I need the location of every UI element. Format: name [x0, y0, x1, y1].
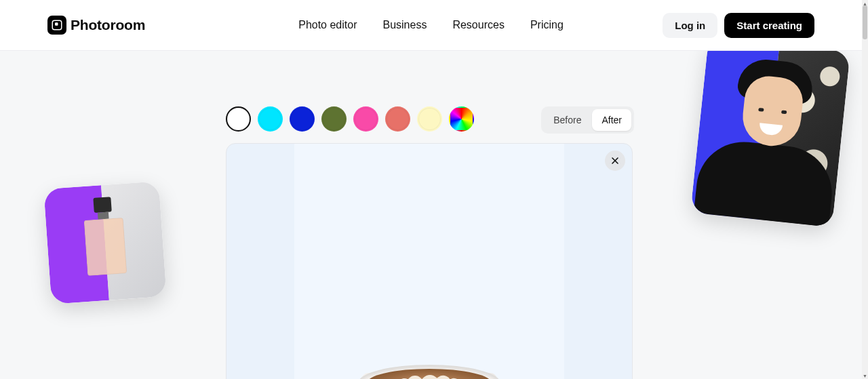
primary-nav: Photo editor Business Resources Pricing: [298, 19, 564, 31]
logo-icon: [47, 16, 66, 35]
sample-card-person: [690, 51, 850, 227]
nav-business[interactable]: Business: [382, 19, 427, 31]
swatch-lemon[interactable]: [417, 106, 442, 132]
swatch-olive[interactable]: [321, 106, 347, 132]
editor-preview-panel: [226, 143, 633, 379]
perfume-icon: [74, 195, 136, 287]
toggle-before[interactable]: Before: [544, 109, 591, 131]
brand-logo[interactable]: Photoroom: [47, 16, 145, 35]
close-preview-button[interactable]: [605, 151, 625, 171]
page-body: Before After: [0, 51, 862, 379]
swatch-coral[interactable]: [385, 106, 410, 132]
swatch-cyan[interactable]: [258, 106, 283, 132]
brand-name: Photoroom: [71, 17, 145, 33]
login-button[interactable]: Log in: [663, 13, 717, 38]
vertical-scrollbar[interactable]: ▲ ▼: [862, 0, 868, 379]
swatch-pink[interactable]: [353, 106, 378, 132]
sample-card-perfume: [43, 181, 166, 304]
scroll-thumb[interactable]: [863, 5, 867, 39]
svg-rect-1: [55, 22, 58, 26]
auth-actions: Log in Start creating: [663, 13, 814, 38]
nav-resources[interactable]: Resources: [452, 19, 504, 31]
swatch-custom[interactable]: [449, 106, 474, 132]
start-creating-button[interactable]: Start creating: [724, 13, 814, 38]
nav-photo-editor[interactable]: Photo editor: [298, 19, 357, 31]
before-after-toggle: Before After: [541, 106, 634, 134]
swatch-blue[interactable]: [290, 106, 315, 132]
background-color-picker: [226, 106, 474, 132]
scroll-down-icon[interactable]: ▼: [862, 372, 868, 379]
close-icon: [611, 157, 619, 165]
nav-pricing[interactable]: Pricing: [530, 19, 564, 31]
preview-canvas: [294, 144, 564, 379]
person-icon: [737, 53, 816, 101]
site-header: Photoroom Photo editor Business Resource…: [0, 0, 862, 51]
swatch-white[interactable]: [226, 106, 251, 132]
toggle-after[interactable]: After: [592, 109, 631, 131]
